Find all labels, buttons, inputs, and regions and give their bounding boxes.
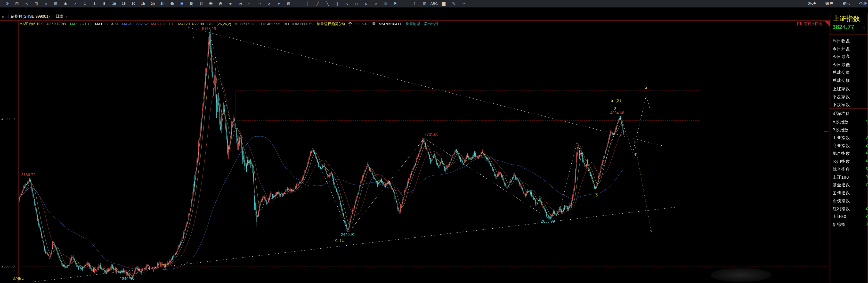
indicator-value-11: 价 bbox=[348, 22, 352, 26]
wave-label-1: 1 bbox=[580, 145, 582, 150]
sidebar-last-price: 3824.77 bbox=[832, 24, 854, 31]
sidebar-row-label: 工业指数 bbox=[833, 135, 850, 141]
sidebar-row-上涨家数[interactable]: 上涨家数 bbox=[830, 85, 868, 92]
sidebar-row-label: 公用指数 bbox=[833, 159, 850, 164]
sidebar-pointer-triangle-icon bbox=[824, 21, 830, 27]
sidebar-row-label: B股指数 bbox=[833, 127, 848, 133]
sidebar-row-今日开盘[interactable]: 今日开盘 bbox=[830, 45, 868, 52]
sidebar-row-下跌家数[interactable]: 下跌家数 bbox=[830, 101, 868, 108]
price-label-3731: 3731.69 bbox=[425, 133, 438, 137]
indicator-value-3: MA240 3552.52 bbox=[122, 22, 148, 26]
sidebar-row-label: 上涨家数 bbox=[833, 86, 850, 92]
sidebar-row-label: 上证180 bbox=[833, 174, 849, 180]
sidebar-row-label: 今日最高 bbox=[833, 54, 850, 59]
price-label-3186: 3186.72 bbox=[21, 173, 35, 177]
sidebar-row-平盘家数[interactable]: 平盘家数 bbox=[830, 93, 868, 101]
wave-label-4: 4 bbox=[634, 152, 636, 157]
sidebar-row-沪深均价[interactable]: 沪深均价 bbox=[830, 110, 868, 117]
wave-label-b2: b（2） bbox=[611, 98, 623, 104]
sidebar-divider bbox=[830, 84, 868, 84]
sidebar-row-label: 红利指数 bbox=[833, 206, 850, 211]
wave-label-c: c bbox=[192, 34, 194, 39]
sidebar-row-总成交额[interactable]: 总成交额 bbox=[830, 77, 868, 84]
sidebar-row-上证180[interactable]: 上证1809 bbox=[830, 173, 868, 181]
sidebar-index-name[interactable]: 上证指数 bbox=[833, 14, 860, 23]
sidebar-row-企债指数[interactable]: 企债指数 bbox=[830, 197, 868, 204]
sidebar-row-label: 下跌家数 bbox=[833, 102, 850, 108]
indicator-value-8: TOP 4017.95 bbox=[259, 22, 280, 26]
indicator-value-5: MA120 3777.98 bbox=[178, 22, 204, 26]
sidebar-row-label: 地产指数 bbox=[833, 151, 850, 156]
sidebar-divider bbox=[830, 117, 868, 117]
sidebar-row-label: 综合指数 bbox=[833, 167, 850, 172]
indicator-value-9: BOTTOM 3800.52 bbox=[284, 22, 313, 26]
sidebar-row-label: A股指数 bbox=[833, 119, 848, 125]
sidebar-row-基金指数[interactable]: 基金指数7 bbox=[830, 181, 868, 189]
sidebar-row-B股指数[interactable]: B股指数 bbox=[830, 126, 868, 134]
sidebar-row-总成交量[interactable]: 总成交量 bbox=[830, 69, 868, 76]
sidebar-row-红利指数[interactable]: 红利指数2 bbox=[830, 205, 868, 213]
sidebar-row-公用指数[interactable]: 公用指数4 bbox=[830, 158, 868, 165]
sidebar-row-label: 商业指数 bbox=[833, 143, 850, 148]
sidebar-row-label: 平盘家数 bbox=[833, 94, 850, 100]
quote-sidebar: 上证指数 3824.77 -4 昨日收盘今日开盘今日最高今日最低总成交量总成交额… bbox=[830, 13, 868, 283]
wave-label-a1: a（1） bbox=[335, 237, 348, 243]
watermark-smudge bbox=[711, 268, 771, 282]
wave-label-3: 3 bbox=[614, 107, 616, 111]
sidebar-row-今日最低[interactable]: 今日最低 bbox=[830, 61, 868, 68]
sidebar-row-商业指数[interactable]: 商业指数2 bbox=[830, 142, 868, 149]
sidebar-row-label: 昨日收盘 bbox=[833, 38, 850, 44]
sidebar-row-label: 总成交额 bbox=[833, 78, 850, 83]
indicator-value-7: MID 3909.23 bbox=[235, 22, 255, 26]
chart-border-top bbox=[0, 20, 830, 21]
indicator-value-10: 价量运行趋势(25) bbox=[317, 22, 345, 26]
trading-app-window: ⟳▤∿◫⌗▦◉♪1351015301h2h3h4h日周月季自◃▹⋈⇦⇨∧∨⊞─│… bbox=[0, 0, 868, 283]
sidebar-row-label: 国债指数 bbox=[833, 190, 850, 196]
sidebar-row-国债指数[interactable]: 国债指数 bbox=[830, 189, 868, 197]
hide-indicator-note[interactable]: 临时隐藏指标线 bbox=[797, 22, 822, 26]
wave-label-5: 5 bbox=[645, 85, 647, 90]
chart-border-bottom bbox=[0, 282, 830, 282]
sidebar-divider bbox=[830, 34, 868, 34]
sidebar-row-label: 新综指 bbox=[833, 222, 846, 227]
candlestick-chart-canvas[interactable] bbox=[0, 0, 868, 283]
sidebar-row-label: 沪深均价 bbox=[833, 111, 850, 116]
indicator-value-1: MA5 3871.18 bbox=[70, 22, 91, 26]
sidebar-row-label: 上证50 bbox=[833, 214, 846, 219]
sidebar-row-新综指[interactable]: 新综指3 bbox=[830, 221, 868, 228]
indicator-value-14: 524765184.00 bbox=[379, 22, 402, 26]
sidebar-change: -4 bbox=[862, 26, 865, 30]
sidebar-row-今日最高[interactable]: 今日最高 bbox=[830, 53, 868, 60]
sidebar-row-昨日收盘[interactable]: 昨日收盘 bbox=[830, 37, 868, 45]
sidebar-row-label: 基金指数 bbox=[833, 182, 850, 188]
sidebar-row-工业指数[interactable]: 工业指数3 bbox=[830, 134, 868, 141]
price-label-2635: 2635.09 bbox=[541, 219, 555, 224]
indicator-value-15: 价量同减，卖出讯号 bbox=[406, 22, 438, 26]
wave-label-2: 2 bbox=[596, 193, 598, 198]
price-label-5178: 5178.19 bbox=[202, 27, 216, 31]
sidebar-row-label: 今日开盘 bbox=[833, 46, 850, 52]
sidebar-row-上证50[interactable]: 上证502 bbox=[830, 213, 868, 220]
span-days-label: 3745天 bbox=[12, 276, 25, 281]
axis-label-4000: 4000.00 bbox=[1, 117, 14, 121]
indicator-value-12: 3905.49 bbox=[355, 22, 369, 26]
sidebar-row-label: 今日最低 bbox=[833, 62, 850, 67]
indicator-value-2: MA10 3884.61 bbox=[95, 22, 119, 26]
indicator-value-0[interactable]: MA组合(5,10,0,240,60,120)∨ bbox=[20, 22, 66, 26]
sidebar-row-地产指数[interactable]: 地产指数4 bbox=[830, 150, 868, 157]
sidebar-row-综合指数[interactable]: 综合指数3 bbox=[830, 166, 868, 173]
indicator-value-4: MA60 3910.91 bbox=[151, 22, 175, 26]
indicator-value-13: 量 bbox=[372, 22, 376, 26]
axis-label-2000: 2000.00 bbox=[1, 264, 14, 268]
price-label-4034: 4034.08 bbox=[610, 111, 624, 115]
chart-border-right bbox=[829, 20, 830, 282]
sidebar-row-label: 企债指数 bbox=[833, 198, 850, 204]
price-label-1849: 1849.65 bbox=[120, 277, 134, 281]
indicator-bar: MA组合(5,10,0,240,60,120)∨MA5 3871.18MA10 … bbox=[20, 21, 438, 26]
sidebar-row-label: 总成交量 bbox=[833, 70, 850, 75]
price-label-2440: 2440.91 bbox=[341, 232, 355, 237]
sidebar-row-A股指数[interactable]: A股指数4 bbox=[830, 118, 868, 125]
indicator-value-6: BOLL(26,26,2) bbox=[207, 22, 231, 26]
